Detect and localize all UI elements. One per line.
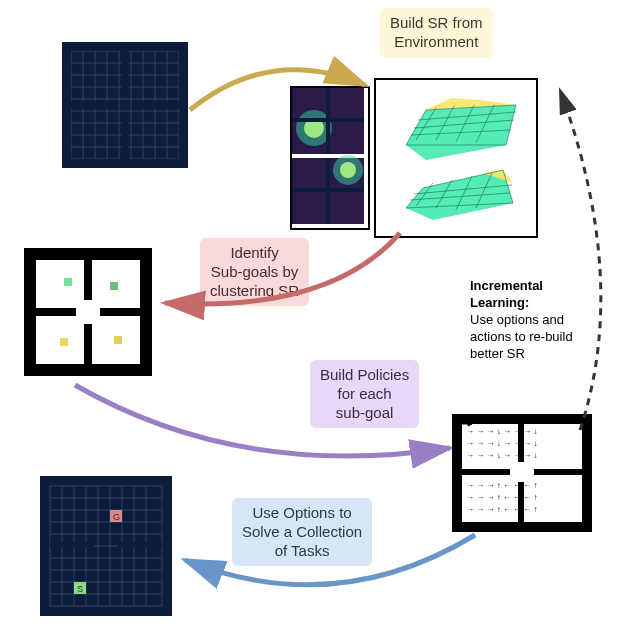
svg-rect-32 (326, 158, 330, 224)
svg-text:→ → → ↓  → → → ↓: → → → ↓ → → → ↓ (466, 439, 538, 448)
svg-rect-43 (60, 338, 68, 346)
label-use-options: Use Options to Solve a Collection of Tas… (232, 498, 372, 566)
sr-3d-plots (374, 78, 538, 238)
svg-marker-50 (468, 424, 472, 426)
arrow-incremental (540, 80, 630, 440)
svg-text:→ → → ↑  ← ← ← ↑: → → → ↑ ← ← ← ↑ (466, 505, 538, 514)
goal-marker: G (113, 512, 120, 522)
svg-rect-39 (84, 260, 92, 300)
svg-rect-45 (462, 469, 510, 475)
subgoals-grid (24, 248, 152, 376)
svg-text:→ → → ↑  ← ← ← ↑: → → → ↑ ← ← ← ↑ (466, 481, 538, 490)
label-identify: Identify Sub-goals by clustering SR (200, 238, 309, 306)
env-grid-top (62, 42, 188, 168)
svg-rect-46 (534, 469, 582, 475)
svg-rect-21 (122, 115, 128, 159)
label-build-sr: Build SR from Environment (380, 8, 493, 58)
start-marker: S (77, 584, 83, 594)
svg-rect-18 (71, 102, 115, 108)
sr-heatmaps (290, 86, 370, 230)
svg-rect-28 (326, 88, 330, 154)
tasks-grid: G S (40, 476, 172, 616)
incremental-body: Use options and actions to re-build bett… (470, 312, 620, 363)
label-build-policies: Build Policies for each sub-goal (310, 360, 419, 428)
svg-rect-41 (64, 278, 72, 286)
svg-rect-76 (50, 542, 94, 548)
svg-text:→ → → ↓  → → → ↓: → → → ↓ → → → ↓ (466, 427, 538, 436)
svg-rect-37 (36, 308, 76, 316)
svg-rect-40 (84, 324, 92, 364)
incremental-title: Incremental Learning: (470, 278, 620, 312)
svg-rect-42 (110, 282, 118, 290)
svg-text:→ → → ↓  → → → ↓: → → → ↓ → → → ↓ (466, 451, 538, 460)
svg-rect-77 (118, 542, 162, 548)
svg-rect-38 (100, 308, 140, 316)
policies-grid: → → → ↓ → → → ↓ → → → ↓ → → → ↓ → → → ↓ … (452, 414, 592, 532)
svg-rect-20 (122, 51, 128, 95)
svg-text:→ → → ↑  ← ← ← ↑: → → → ↑ ← ← ← ↑ (466, 493, 538, 502)
svg-rect-44 (114, 336, 122, 344)
svg-rect-19 (135, 102, 179, 108)
incremental-annotation: Incremental Learning: Use options and ac… (470, 278, 620, 362)
svg-point-30 (333, 155, 363, 185)
